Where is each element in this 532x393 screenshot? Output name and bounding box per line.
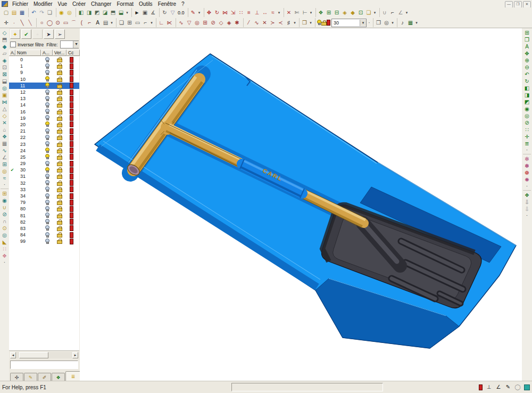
tab-attributes[interactable]: ❖ [52, 373, 65, 381]
lock-icon[interactable] [57, 96, 62, 101]
overflow-dot[interactable]: · [368, 20, 371, 26]
layer-row-25[interactable]: 25 [9, 154, 79, 160]
view-front-icon[interactable]: ◧ [523, 85, 531, 92]
lock-icon[interactable] [57, 116, 62, 121]
patch-surface-icon[interactable]: ▦ [1, 140, 9, 147]
column-header-1[interactable]: A... [9, 50, 15, 56]
cap-surface-icon[interactable]: ⌂ [1, 126, 9, 133]
overflow-dot[interactable]: · [526, 147, 529, 153]
array-icon[interactable]: ∷ [237, 9, 245, 17]
sweep-surface-icon[interactable]: ▱ [1, 50, 9, 57]
erase-dropdown[interactable]: ▾ [309, 11, 313, 15]
layer-row-32[interactable]: 32 [9, 180, 79, 186]
lock-icon[interactable] [321, 20, 327, 26]
menu-crer[interactable]: Créer [70, 1, 88, 7]
scrollbar-thumb[interactable] [19, 352, 48, 358]
arc-icon[interactable]: ⌒ [70, 19, 78, 27]
layer-row-12[interactable]: 12 [9, 89, 79, 95]
zoom-text-icon[interactable]: A [523, 43, 531, 50]
report-dropdown[interactable]: ▾ [414, 21, 419, 25]
filter-dropdown[interactable]: ▼ [60, 40, 79, 48]
lightbulb-icon[interactable] [45, 167, 49, 173]
layer-row-34[interactable]: 34 [9, 193, 79, 199]
layer-color-swatch[interactable] [70, 148, 73, 153]
database-dropdown[interactable]: ▾ [373, 11, 377, 15]
layer-row-23[interactable]: 23 [9, 141, 79, 147]
layer-row-81[interactable]: 81 [9, 212, 79, 219]
curve-dropdown[interactable]: ▾ [293, 21, 297, 25]
boolean-intersect-icon[interactable]: ∩ [1, 218, 9, 225]
select-by-layer-button[interactable]: ➤ [44, 29, 54, 39]
filter-apply-button[interactable]: ✔ [21, 29, 31, 39]
light-off-icon[interactable]: ◎ [65, 9, 73, 17]
lightbulb-icon[interactable] [45, 219, 49, 225]
lock-icon[interactable] [57, 135, 62, 140]
layer-row-83[interactable]: 83 [9, 225, 79, 232]
zoom-window-icon[interactable]: ⊞ [523, 29, 531, 36]
lightbulb-icon[interactable] [45, 135, 49, 141]
export-icon[interactable]: ⊞ [325, 9, 333, 17]
rotate-view-icon[interactable]: ↻ [523, 78, 531, 85]
spline-icon[interactable]: ∿ [177, 19, 185, 27]
trim-surface-icon[interactable]: ⊠ [1, 71, 9, 78]
view-top-icon[interactable]: ◩ [93, 9, 101, 17]
lock-icon[interactable] [57, 200, 62, 205]
lock-icon[interactable] [57, 232, 62, 238]
layer-row-99[interactable]: 99 [9, 238, 79, 244]
select-chain-icon[interactable]: ∡ [149, 9, 157, 17]
report-icon[interactable]: ♪ [398, 19, 406, 27]
extend-surface-icon[interactable]: ⬓ [1, 78, 9, 85]
layer-color-swatch[interactable] [70, 206, 73, 212]
edit-mode-icon[interactable]: ✎ [505, 383, 511, 391]
lightbulb-icon[interactable] [45, 141, 49, 147]
lock-icon[interactable] [57, 57, 62, 62]
lightbulb-icon[interactable] [45, 193, 49, 199]
dynamic-rotate-icon[interactable]: ↻ [161, 9, 169, 17]
lightbulb-icon[interactable] [45, 57, 49, 63]
layer-color-swatch[interactable] [70, 219, 73, 225]
lock-icon[interactable] [57, 181, 62, 186]
current-layer-combo[interactable]: 30▾ [331, 19, 367, 27]
extrude-surface-icon[interactable]: ⬒ [1, 36, 9, 43]
lightbulb-icon[interactable] [45, 212, 49, 218]
delete-face-icon[interactable]: ✕ [1, 119, 9, 126]
lightbulb-icon[interactable] [45, 174, 49, 179]
lock-icon[interactable] [57, 193, 62, 199]
view-front-icon[interactable]: ◨ [85, 9, 93, 17]
untrim-surface-icon[interactable]: ◇ [1, 112, 9, 119]
horizontal-scrollbar[interactable]: ◄ ► [10, 352, 78, 358]
layer-color-swatch[interactable] [70, 225, 73, 231]
app-icon[interactable] [2, 1, 8, 7]
diamond-icon[interactable]: ◇ [217, 19, 225, 27]
menu-modifier[interactable]: Modifier [31, 1, 55, 7]
layer-row-33[interactable]: 33 [9, 186, 79, 193]
curvature-analysis-icon[interactable]: ✼ [523, 155, 531, 162]
round-feature-icon[interactable]: ◎ [1, 232, 9, 239]
layer-color-swatch[interactable] [70, 161, 73, 167]
zebra-analysis-icon[interactable]: ✺ [523, 176, 531, 183]
select-filter-icon[interactable]: ◎ [383, 19, 390, 27]
tab-sketch[interactable]: ✎ [24, 373, 37, 381]
layer-color-swatch[interactable] [70, 109, 73, 114]
viewport-canvas[interactable]: CARL [80, 28, 522, 381]
views-dropdown[interactable]: ▾ [125, 11, 129, 15]
import-icon[interactable]: ❖ [317, 9, 325, 17]
filter-new-button[interactable]: ✦ [10, 29, 20, 39]
project-icon[interactable]: ⊥ [253, 9, 261, 17]
layer-color-swatch[interactable] [70, 174, 73, 179]
corner-snap-icon[interactable]: ⌐ [389, 9, 397, 17]
layer-row-14[interactable]: 14 [9, 102, 79, 108]
solid-box-icon[interactable]: ⊞ [1, 190, 9, 197]
circle-3pt-icon[interactable]: ◯ [46, 19, 54, 27]
layer-color-swatch[interactable] [70, 89, 73, 95]
solid-cylinder-icon[interactable]: ◉ [1, 197, 9, 204]
mirror-icon[interactable]: ⋈ [221, 9, 229, 17]
fillet-icon[interactable]: ⌐ [86, 19, 94, 27]
new-file-icon[interactable]: ▢ [2, 9, 10, 17]
lightbulb-icon[interactable] [45, 102, 49, 108]
layer-color-swatch[interactable] [70, 83, 73, 88]
lightbulb-icon[interactable] [45, 161, 49, 167]
wireframe-mode-icon[interactable]: ◎ [523, 112, 531, 119]
menu-outils[interactable]: Outils [136, 1, 155, 7]
lightbulb-icon[interactable] [45, 121, 49, 127]
